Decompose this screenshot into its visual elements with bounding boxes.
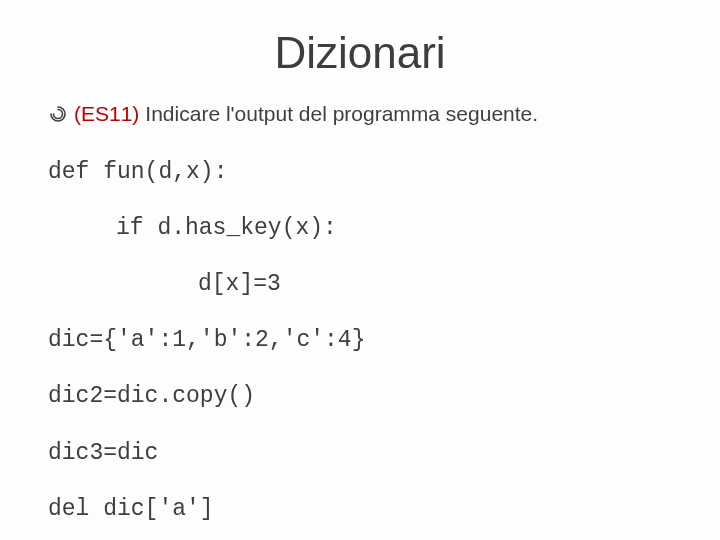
exercise-label: (ES11)	[74, 102, 139, 126]
code-block: def fun(d,x): if d.has_key(x): d[x]=3 di…	[48, 130, 672, 540]
exercise-prompt: (ES11) Indicare l'output del programma s…	[48, 102, 672, 126]
code-line: dic2=dic.copy()	[48, 382, 672, 410]
code-line: d[x]=3	[48, 270, 672, 298]
code-line: dic3=dic	[48, 439, 672, 467]
exercise-text: Indicare l'output del programma seguente…	[145, 102, 538, 126]
bullet-swirl-icon	[48, 104, 68, 124]
code-line: def fun(d,x):	[48, 158, 672, 186]
code-line: dic={'a':1,'b':2,'c':4}	[48, 326, 672, 354]
code-line: if d.has_key(x):	[48, 214, 672, 242]
code-line: del dic['a']	[48, 495, 672, 523]
slide-title: Dizionari	[48, 28, 672, 78]
